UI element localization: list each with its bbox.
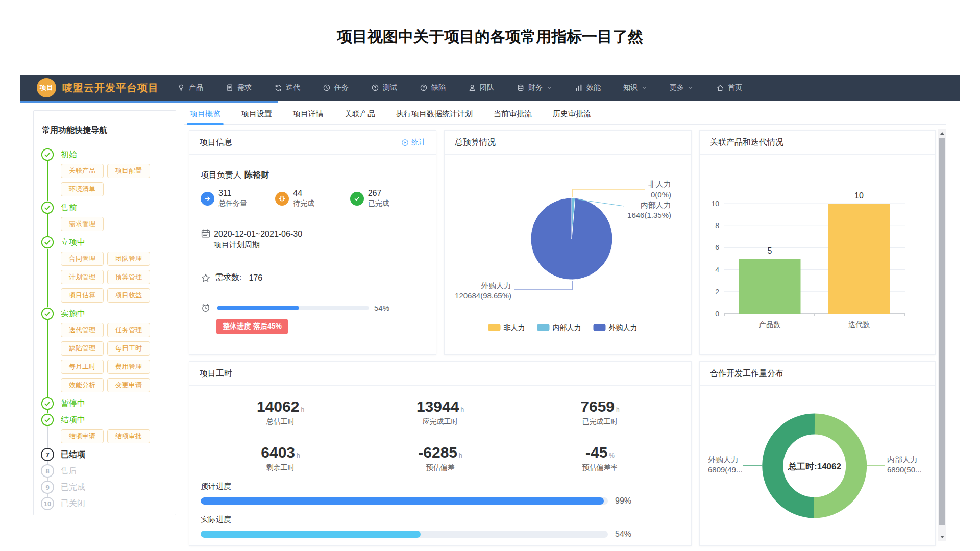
- svg-text:4: 4: [715, 266, 719, 274]
- stage-row-1: 初始: [41, 147, 169, 162]
- tab-related-products[interactable]: 关联产品: [345, 109, 375, 124]
- nav-item-task[interactable]: 任务: [323, 83, 349, 92]
- nav-item-team[interactable]: 团队: [468, 83, 494, 92]
- nav-item-more[interactable]: 更多: [670, 83, 694, 92]
- card-title: 合作开发工作量分布: [710, 368, 783, 379]
- quick-button[interactable]: 每月工时: [61, 360, 104, 374]
- quick-button[interactable]: 结项申请: [61, 429, 104, 443]
- owner-label: 项目负责人: [201, 170, 241, 179]
- quick-button[interactable]: 任务管理: [107, 323, 150, 337]
- hours-label: 预估偏差率: [520, 463, 680, 472]
- stage-row-9: 9已完成: [41, 480, 169, 495]
- nav-item-label: 首页: [728, 83, 742, 92]
- quick-button[interactable]: 结项审批: [107, 429, 150, 443]
- scroll-up-arrow-icon[interactable]: [938, 129, 946, 137]
- svg-text:1646(1.35%): 1646(1.35%): [627, 211, 671, 219]
- demand-label: 需求数:: [215, 272, 241, 283]
- quick-button[interactable]: 关联产品: [61, 164, 104, 178]
- check-circle-icon: [350, 192, 364, 206]
- vertical-scrollbar[interactable]: [938, 129, 946, 541]
- tab-current-approval-flow[interactable]: 当前审批流: [494, 109, 532, 124]
- work-hours-body: 14062h总估工时13944h应完成工时7659h已完成工时6403h剩余工时…: [189, 398, 691, 539]
- quick-button[interactable]: 迭代管理: [61, 323, 104, 337]
- stage-label: 已完成: [61, 482, 85, 493]
- stage-label: 售前: [61, 203, 77, 213]
- scrollbar-thumb[interactable]: [939, 138, 945, 525]
- stage-label: 已关闭: [61, 498, 85, 509]
- owner-name: 陈裕财: [244, 170, 269, 179]
- nav-item-home[interactable]: 首页: [716, 83, 742, 92]
- progress-percent: 99%: [615, 496, 631, 506]
- quick-button[interactable]: 变更申请: [107, 378, 150, 392]
- nav-item-iteration[interactable]: 迭代: [274, 83, 300, 92]
- stage-quick-buttons: 关联产品项目配置环境清单: [61, 164, 169, 196]
- quick-button[interactable]: 合同管理: [61, 252, 104, 266]
- hours-label: 应完成工时: [360, 417, 520, 427]
- tab-bar: 项目概览项目设置项目详情关联产品执行项目数据统计计划当前审批流历史审批流: [184, 109, 946, 125]
- person-icon: [468, 84, 476, 92]
- hours-stat: 6403h剩余工时: [201, 444, 360, 472]
- tab-history-approval-flow[interactable]: 历史审批流: [553, 109, 591, 124]
- work-hours-progress: 预计进度99%实际进度54%: [201, 482, 680, 539]
- progress-track: [201, 497, 608, 505]
- tab-settings[interactable]: 项目设置: [241, 109, 272, 124]
- svg-text:外购人力: 外购人力: [481, 281, 511, 290]
- quick-button[interactable]: 团队管理: [107, 252, 150, 266]
- quick-button[interactable]: 项目收益: [107, 288, 150, 303]
- nav-item-product[interactable]: 产品: [177, 83, 203, 92]
- quick-button[interactable]: 费用管理: [107, 360, 150, 374]
- quick-button[interactable]: 效能分析: [61, 378, 104, 392]
- workload-distribution-card: 合作开发工作量分布 外购人力6809(49...内部人力6890(50...总工…: [699, 361, 936, 546]
- svg-text:120684(98.65%): 120684(98.65%): [455, 291, 511, 300]
- hours-label: 剩余工时: [201, 463, 360, 472]
- hours-value: 14062: [257, 398, 299, 415]
- quick-button[interactable]: 环境清单: [61, 182, 104, 196]
- hours-stat: 7659h已完成工时: [520, 398, 680, 427]
- quick-button[interactable]: 项目配置: [107, 164, 150, 178]
- nav-item-knowledge[interactable]: 知识: [623, 83, 647, 92]
- nav-item-finance[interactable]: 财务: [517, 83, 552, 92]
- database-icon: [517, 84, 525, 92]
- svg-text:0(0%): 0(0%): [651, 190, 671, 199]
- brand[interactable]: 项目 唛盟云开发平台项目: [37, 78, 159, 97]
- quick-button[interactable]: 缺陷管理: [61, 341, 104, 356]
- quick-button[interactable]: 需求管理: [61, 217, 104, 231]
- nav-item-requirement[interactable]: 需求: [226, 83, 252, 92]
- tab-overview[interactable]: 项目概览: [190, 109, 220, 124]
- statistics-link[interactable]: 统计: [401, 138, 426, 147]
- bar-chart-icon: [575, 84, 583, 92]
- check-circle-icon: [41, 236, 54, 249]
- tab-data-statistics-plan[interactable]: 执行项目数据统计计划: [396, 109, 473, 124]
- scroll-down-arrow-icon[interactable]: [938, 533, 946, 541]
- arrow-right-circle-icon: [201, 192, 214, 206]
- question-circle-icon: [420, 84, 428, 92]
- nav-item-test[interactable]: 测试: [371, 83, 397, 92]
- svg-text:6: 6: [715, 243, 719, 252]
- nav-item-performance[interactable]: 效能: [575, 83, 601, 92]
- svg-text:0: 0: [715, 310, 719, 318]
- budget-pie-chart: 非人力0(0%)内部人力1646(1.35%)外购人力120684(98.65%…: [445, 155, 681, 355]
- progress-fill: [201, 497, 604, 505]
- progress-lag-badge: 整体进度 落后45%: [216, 319, 288, 334]
- nav-item-label: 更多: [670, 83, 684, 92]
- hours-unit: %: [609, 452, 615, 459]
- stage-row-3: 立项中: [41, 235, 169, 250]
- hours-value: 6403: [261, 444, 295, 461]
- stat-value: 44: [293, 189, 314, 198]
- quick-button[interactable]: 项目估算: [61, 288, 104, 303]
- project-info-card: 项目信息 统计 项目负责人陈裕财 311总任务量44待完成267已完成 2020…: [189, 130, 436, 355]
- overall-progress-row: 54%: [201, 303, 425, 313]
- quick-button[interactable]: 计划管理: [61, 270, 104, 284]
- hours-stat: 13944h应完成工时: [360, 398, 520, 427]
- svg-text:外购人力: 外购人力: [708, 455, 739, 464]
- nav-item-defect[interactable]: 缺陷: [420, 83, 446, 92]
- tab-details[interactable]: 项目详情: [293, 109, 324, 124]
- hours-unit: h: [301, 406, 304, 413]
- nav-item-label: 迭代: [286, 83, 300, 92]
- chevron-down-icon: [641, 85, 647, 91]
- task-stat: 311总任务量: [201, 189, 275, 208]
- quick-button[interactable]: 每日工时: [107, 341, 150, 356]
- project-info-header: 项目信息 统计: [189, 131, 436, 155]
- svg-text:6809(49...: 6809(49...: [708, 465, 743, 474]
- quick-button[interactable]: 预算管理: [107, 270, 150, 284]
